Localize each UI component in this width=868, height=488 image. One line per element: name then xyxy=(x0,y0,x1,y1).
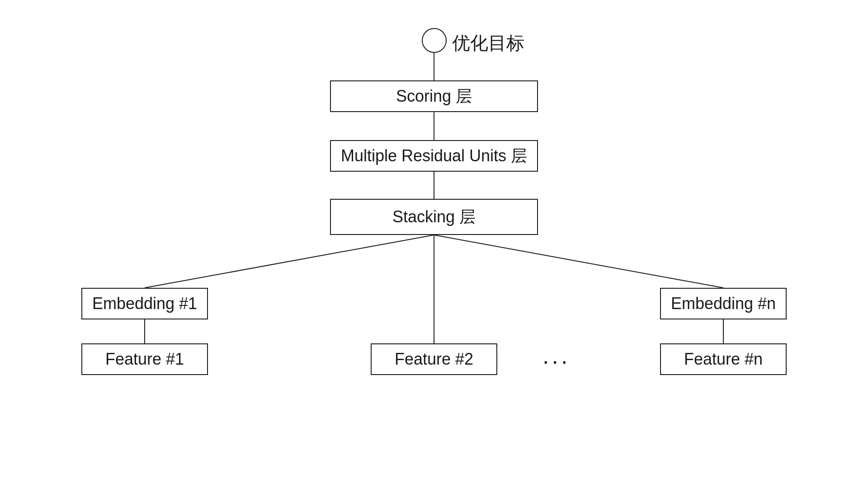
stacking-layer-text: Stacking 层 xyxy=(392,206,476,228)
feature-2-text: Feature #2 xyxy=(395,350,473,369)
embedding-n-box: Embedding #n xyxy=(660,288,787,319)
multiple-residual-units-box: Multiple Residual Units 层 xyxy=(330,140,538,172)
embedding-1-box: Embedding #1 xyxy=(81,288,208,319)
feature-1-box: Feature #1 xyxy=(81,343,208,375)
ellipsis-dots: ··· xyxy=(542,347,570,374)
optimization-target-circle xyxy=(422,28,447,53)
optimization-target-label: 优化目标 xyxy=(452,31,524,56)
connector-lines xyxy=(0,0,868,488)
svg-line-5 xyxy=(434,235,723,288)
feature-2-box: Feature #2 xyxy=(371,343,497,375)
embedding-n-text: Embedding #n xyxy=(671,294,776,313)
feature-n-box: Feature #n xyxy=(660,343,787,375)
stacking-layer-box: Stacking 层 xyxy=(330,199,538,235)
embedding-1-text: Embedding #1 xyxy=(92,294,197,313)
scoring-layer-text: Scoring 层 xyxy=(396,85,472,108)
multiple-residual-units-text: Multiple Residual Units 层 xyxy=(341,145,527,167)
svg-line-3 xyxy=(145,235,434,288)
diagram-container: 优化目标 Scoring 层 Multiple Residual Units 层… xyxy=(0,0,868,488)
scoring-layer-box: Scoring 层 xyxy=(330,80,538,112)
feature-n-text: Feature #n xyxy=(684,350,763,369)
feature-1-text: Feature #1 xyxy=(105,350,184,369)
